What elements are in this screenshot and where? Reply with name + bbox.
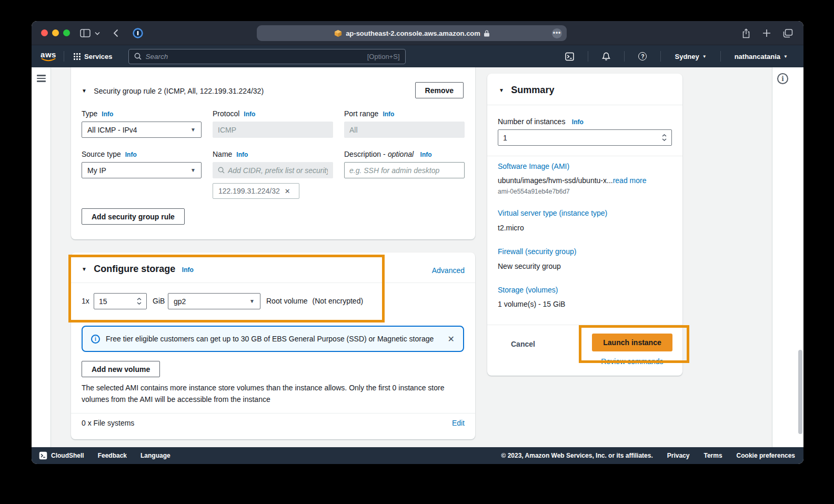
services-menu[interactable]: Services [71,51,116,63]
cloudshell-icon [39,451,47,460]
volume-type-select[interactable]: gp2 ▼ [168,293,260,309]
add-new-volume-button[interactable]: Add new volume [82,361,160,377]
zoom-window-button[interactable] [63,29,70,36]
tab-overview-icon[interactable] [783,29,793,38]
copyright-text: © 2023, Amazon Web Services, Inc. or its… [501,452,652,459]
add-security-group-rule-button[interactable]: Add security group rule [82,208,185,225]
edit-file-systems-link[interactable]: Edit [452,419,465,427]
aws-cube-icon [334,29,342,37]
notifications-button[interactable] [595,52,618,61]
remove-rule-button[interactable]: Remove [415,82,464,98]
main-content: ▼ Security group rule 2 (ICMP, All, 122.… [51,67,772,447]
username-label: nathancatania [735,53,780,61]
new-tab-icon[interactable] [762,29,771,37]
aws-footer: CloudShell Feedback Language © 2023, Ama… [32,447,803,464]
cookie-preferences-link[interactable]: Cookie preferences [737,452,795,459]
source-name-input[interactable] [228,166,328,175]
close-window-button[interactable] [41,29,48,36]
instance-type-heading-link[interactable]: Virtual server type (instance type) [498,209,607,217]
terms-link[interactable]: Terms [704,452,722,459]
cloudshell-footer-button[interactable]: CloudShell [39,451,84,460]
type-select[interactable]: All ICMP - IPv4 ▼ [82,122,202,138]
description-field[interactable] [344,162,465,178]
account-menu[interactable]: nathancatania ▼ [727,53,795,61]
search-shortcut: [Option+S] [367,53,400,61]
instances-info-link[interactable]: Info [572,118,584,126]
name-label: Name [213,150,232,158]
rule-title: Security group rule 2 (ICMP, All, 122.19… [94,87,264,95]
help-button[interactable]: ? [631,52,654,61]
search-icon [218,167,225,174]
file-systems-label: 0 x File systems [82,419,134,427]
storage-info-link[interactable]: Info [182,266,194,274]
cancel-button[interactable]: Cancel [511,340,535,348]
region-label: Sydney [675,53,699,61]
browser-chrome: ap-southeast-2.console.aws.amazon.com ••… [32,21,803,45]
divider [71,413,475,414]
language-button[interactable]: Language [140,452,170,459]
volume-count-label: 1x [82,293,89,309]
close-alert-icon[interactable]: ✕ [448,334,455,344]
chevron-down-icon: ▼ [702,54,707,59]
back-icon[interactable] [113,29,118,37]
region-selector[interactable]: Sydney ▼ [667,53,714,61]
firewall-heading-link[interactable]: Firewall (security group) [498,247,576,256]
protocol-info-link[interactable]: Info [244,110,255,118]
collapse-triangle-icon[interactable]: ▼ [82,88,87,94]
page-settings-icon[interactable]: ••• [552,28,562,38]
instances-field[interactable] [498,129,672,146]
firewall-value: New security group [498,262,561,270]
description-input[interactable] [349,166,459,175]
scrollbar-thumb[interactable] [798,350,802,434]
browser-window: ap-southeast-2.console.aws.amazon.com ••… [32,21,803,464]
type-info-link[interactable]: Info [102,110,113,118]
sidebar-chevron-icon[interactable] [95,32,100,35]
volume-size-input[interactable] [99,297,134,306]
size-stepper[interactable] [137,298,142,305]
sidebar-toggle-icon[interactable] [80,29,91,37]
read-more-link[interactable]: read more [613,176,647,185]
storage-title: Configure storage [94,264,175,274]
protocol-label: Protocol [213,109,239,118]
feedback-button[interactable]: Feedback [98,452,127,459]
instances-input[interactable] [503,134,659,142]
description-info-link[interactable]: Info [420,151,432,158]
port-range-info-link[interactable]: Info [383,110,394,118]
menu-icon[interactable] [37,75,46,82]
port-range-input [349,126,459,134]
share-icon[interactable] [742,28,750,38]
url-bar[interactable]: ap-southeast-2.console.aws.amazon.com ••… [257,25,567,41]
minimize-window-button[interactable] [52,29,59,36]
encryption-label: (Not encrypted) [313,293,363,309]
password-extension-icon[interactable] [133,28,143,38]
name-info-link[interactable]: Info [236,151,248,158]
instances-label: Number of instances [498,117,565,126]
aws-logo[interactable]: aws [39,51,57,62]
collapse-triangle-icon[interactable]: ▼ [82,266,87,272]
instances-stepper[interactable] [662,134,667,141]
divider [487,156,682,156]
window-controls [41,29,70,36]
privacy-link[interactable]: Privacy [667,452,690,459]
advanced-link[interactable]: Advanced [432,266,465,275]
protocol-input [218,126,328,134]
review-commands-link[interactable]: Review commands [592,357,672,366]
ami-heading-link[interactable]: Software Image (AMI) [498,162,569,170]
source-type-select[interactable]: My IP ▼ [82,162,202,178]
alert-text: Free tier eligible customers can get up … [106,335,438,343]
collapse-triangle-icon[interactable]: ▼ [499,87,504,93]
launch-instance-button[interactable]: Launch instance [592,334,672,351]
terminal-icon [565,52,574,61]
cloudshell-nav-button[interactable] [558,52,581,61]
info-panel-icon[interactable]: i [777,73,788,84]
source-name-field[interactable] [213,162,333,178]
volume-size-field[interactable] [94,293,147,309]
storage-heading-link[interactable]: Storage (volumes) [498,286,558,294]
port-range-field [344,122,465,138]
nav-divider [720,51,721,62]
chevron-down-icon: ▼ [190,127,196,133]
console-search[interactable]: [Option+S] [128,49,406,64]
search-input[interactable] [146,53,363,61]
source-type-info-link[interactable]: Info [125,151,137,158]
remove-token-icon[interactable]: ✕ [285,187,290,195]
